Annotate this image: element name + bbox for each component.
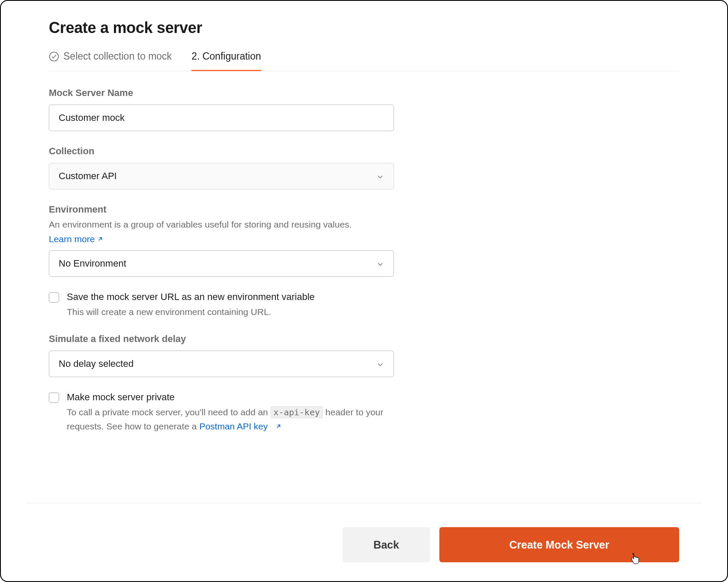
- button-label: Back: [373, 539, 399, 551]
- back-button[interactable]: Back: [343, 527, 430, 562]
- private-help: To call a private mock server, you'll ne…: [67, 405, 394, 433]
- field-group-name: Mock Server Name: [49, 87, 394, 131]
- link-text: Learn more: [49, 234, 95, 244]
- environment-help: An environment is a group of variables u…: [49, 218, 394, 231]
- field-group-private: Make mock server private To call a priva…: [49, 392, 394, 433]
- delay-select[interactable]: No delay selected: [49, 351, 394, 377]
- tab-configuration[interactable]: 2. Configuration: [191, 45, 261, 71]
- api-key-code: x-api-key: [271, 406, 323, 418]
- collection-selected-value: Customer API: [59, 171, 117, 182]
- dialog-footer: Back Create Mock Server: [27, 503, 701, 581]
- collection-select[interactable]: Customer API: [49, 163, 394, 189]
- chevron-down-icon: [376, 360, 384, 368]
- create-mock-server-button[interactable]: Create Mock Server: [439, 527, 679, 562]
- delay-selected-value: No delay selected: [59, 358, 134, 369]
- mock-server-name-input[interactable]: [49, 105, 394, 131]
- wizard-tabs: Select collection to mock 2. Configurati…: [49, 45, 679, 71]
- private-label: Make mock server private: [67, 392, 175, 403]
- cursor-pointer-icon: [630, 553, 641, 566]
- form-area: Mock Server Name Collection Customer API…: [49, 71, 394, 448]
- private-help-pre: To call a private mock server, you'll ne…: [67, 407, 271, 417]
- postman-api-key-link[interactable]: Postman API key: [199, 420, 282, 434]
- content-area: Create a mock server Select collection t…: [1, 1, 727, 503]
- save-url-help: This will create a new environment conta…: [67, 305, 394, 319]
- environment-selected-value: No Environment: [59, 258, 126, 269]
- tab-label: 2. Configuration: [191, 51, 261, 62]
- delay-label: Simulate a fixed network delay: [49, 333, 394, 345]
- private-checkbox[interactable]: [49, 393, 59, 403]
- chevron-down-icon: [376, 172, 384, 180]
- environment-learn-more-link[interactable]: Learn more: [49, 234, 104, 244]
- name-label: Mock Server Name: [49, 87, 394, 99]
- dialog-frame: Create a mock server Select collection t…: [0, 0, 728, 582]
- save-url-label: Save the mock server URL as an new envir…: [67, 291, 315, 303]
- tab-label: Select collection to mock: [63, 51, 172, 62]
- external-link-icon: [97, 236, 104, 242]
- field-group-save-url: Save the mock server URL as an new envir…: [49, 291, 394, 319]
- page-title: Create a mock server: [49, 19, 679, 37]
- chevron-down-icon: [376, 260, 384, 267]
- field-group-delay: Simulate a fixed network delay No delay …: [49, 333, 394, 377]
- environment-select[interactable]: No Environment: [49, 250, 394, 277]
- tab-select-collection[interactable]: Select collection to mock: [49, 45, 172, 71]
- check-circle-icon: [49, 51, 59, 62]
- link-text: Postman API key: [199, 420, 268, 434]
- save-url-checkbox[interactable]: [49, 292, 59, 303]
- button-label: Create Mock Server: [509, 539, 609, 551]
- field-group-environment: Environment An environment is a group of…: [49, 204, 394, 277]
- external-link-icon: [275, 423, 282, 429]
- svg-point-0: [50, 52, 59, 61]
- collection-label: Collection: [49, 146, 394, 157]
- field-group-collection: Collection Customer API: [49, 146, 394, 189]
- environment-label: Environment: [49, 204, 394, 215]
